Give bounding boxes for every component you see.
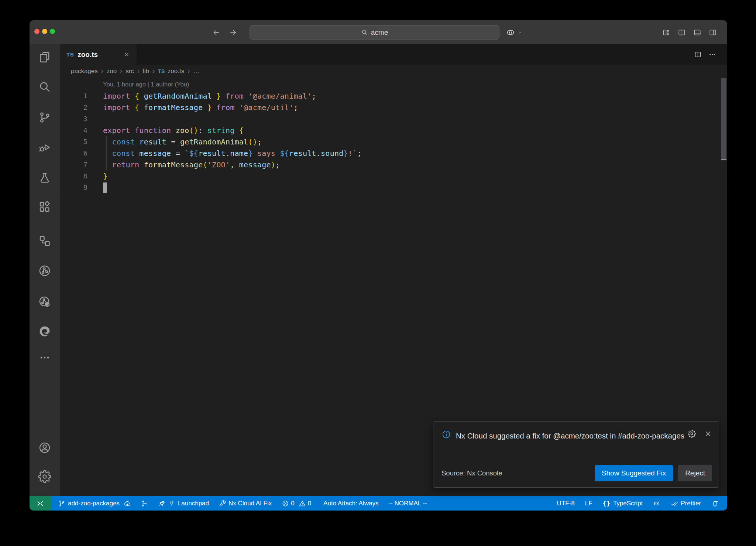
code-line[interactable]: 6 const message = `${result.name} says $…: [60, 147, 727, 159]
status-launchpad[interactable]: Launchpad: [158, 500, 209, 507]
breadcrumb-item[interactable]: …: [193, 68, 199, 75]
notification-close-icon[interactable]: [704, 430, 712, 438]
run-debug-icon: [38, 141, 51, 154]
arrow-right-icon[interactable]: [229, 28, 238, 37]
breadcrumb-separator: ›: [101, 67, 103, 75]
code-line[interactable]: 2import { formatMessage } from '@acme/ut…: [60, 102, 727, 113]
breadcrumb-item[interactable]: src: [126, 68, 134, 75]
copilot-menu[interactable]: [506, 20, 522, 44]
activity-bar-item-search[interactable]: [37, 79, 53, 95]
code-line[interactable]: 3: [60, 113, 727, 124]
show-suggested-fix-button[interactable]: Show Suggested Fix: [595, 465, 673, 481]
toggle-panel-icon[interactable]: [693, 28, 701, 37]
breadcrumb-item[interactable]: zoo: [107, 68, 117, 75]
accounts-icon: [38, 441, 51, 454]
editor-scrollbar[interactable]: [720, 78, 727, 496]
git-branch-icon: [58, 500, 65, 507]
activity-bar-item-extensions[interactable]: [37, 199, 53, 215]
status-diagnostics[interactable]: 0 0: [282, 500, 313, 507]
breadcrumb-label: lib: [143, 68, 149, 75]
activity-bar-item-accounts[interactable]: [37, 440, 53, 456]
overview-ruler-cursor-mark: [721, 159, 726, 160]
reject-button[interactable]: Reject: [678, 465, 712, 481]
activity-bar-item-testing[interactable]: [37, 170, 53, 186]
source-control-icon: [38, 111, 51, 124]
line-number: 6: [60, 149, 87, 157]
status-bar: add-zoo-packages Launchpad Nx Cloud AI F…: [30, 496, 727, 511]
command-center-search[interactable]: acme: [250, 25, 499, 40]
code-line-content: const message = `${result.name} says ${r…: [87, 149, 362, 158]
activity-bar-item-run-debug[interactable]: [37, 140, 53, 156]
toggle-primary-sidebar-icon[interactable]: [678, 28, 686, 37]
activity-bar-item-edge-browser[interactable]: [37, 323, 53, 339]
minimize-window-button[interactable]: [42, 29, 47, 34]
braces-icon: {}: [603, 500, 611, 507]
activity-bar-item-settings-gear[interactable]: [37, 468, 53, 485]
status-nx-cloud-ai-fix[interactable]: Nx Cloud AI Fix: [219, 500, 272, 507]
code-line[interactable]: 7 return formatMessage('ZOO', message);: [60, 159, 727, 170]
code-line[interactable]: 4export function zoo(): string {: [60, 124, 727, 136]
status-language[interactable]: {} TypeScript: [603, 500, 643, 507]
block-cursor: [103, 182, 107, 193]
activity-bar-item-nx-cloud[interactable]: [37, 294, 53, 310]
notification-source: Source: Nx Console: [441, 469, 502, 477]
more-icon: [38, 351, 51, 364]
split-editor-icon[interactable]: [694, 51, 702, 58]
vscode-window: acme TS zoo.ts: [30, 20, 727, 511]
code-line[interactable]: 1import { getRandomAnimal } from '@acme/…: [60, 90, 727, 102]
activity-bar-item-references[interactable]: [37, 233, 53, 249]
nx-console-icon: [38, 264, 51, 277]
status-encoding[interactable]: UTF-8: [557, 500, 575, 507]
status-vim-mode[interactable]: -- NORMAL --: [388, 500, 427, 507]
error-icon: [282, 500, 289, 507]
notification-settings-gear-icon[interactable]: [688, 430, 696, 438]
activity-bar-item-source-control[interactable]: [37, 109, 53, 126]
line-number: 9: [60, 184, 87, 191]
more-actions-icon[interactable]: [708, 51, 716, 58]
code-line[interactable]: 5 const result = getRandomAnimal();: [60, 136, 727, 147]
scrollbar-thumb[interactable]: [721, 78, 726, 159]
status-notifications-bell[interactable]: [711, 500, 719, 507]
customize-layout-icon[interactable]: [662, 28, 670, 37]
search-icon: [361, 29, 368, 36]
plug-icon: [168, 500, 175, 507]
remote-indicator[interactable]: [30, 496, 51, 511]
git-blame-annotation[interactable]: You, 1 hour ago | 1 author (You): [60, 78, 727, 90]
breadcrumb-item[interactable]: TSzoo.ts: [158, 68, 184, 75]
status-source-control-graph[interactable]: [141, 500, 148, 507]
code-line-content: import { formatMessage } from '@acme/uti…: [87, 103, 298, 112]
activity-bar-item-more[interactable]: [37, 349, 53, 366]
code-line[interactable]: 9: [60, 182, 727, 193]
close-window-button[interactable]: [34, 29, 39, 34]
status-eol[interactable]: LF: [585, 500, 592, 507]
formatter-label: Prettier: [681, 500, 701, 507]
status-auto-attach[interactable]: Auto Attach: Always: [323, 500, 378, 507]
line-number: 5: [60, 138, 87, 146]
traffic-lights: [34, 29, 55, 34]
activity-bar-item-explorer[interactable]: [37, 49, 53, 65]
tab-zoo-ts[interactable]: TS zoo.ts: [60, 44, 137, 65]
code-line-content: return formatMessage('ZOO', message);: [87, 160, 280, 169]
layout-controls: [662, 20, 717, 44]
edge-browser-icon: [38, 325, 51, 338]
source-control-graph-icon: [141, 500, 148, 507]
status-copilot[interactable]: [653, 500, 660, 507]
titlebar: acme: [30, 20, 727, 44]
remote-icon: [36, 499, 44, 508]
toggle-secondary-sidebar-icon[interactable]: [709, 28, 717, 37]
status-formatter[interactable]: Prettier: [671, 500, 701, 507]
breadcrumb-separator: ›: [188, 67, 190, 75]
activity-bar-item-nx-console[interactable]: [37, 263, 53, 279]
code-line[interactable]: 8}: [60, 170, 727, 182]
breadcrumb-item[interactable]: packages: [71, 68, 98, 75]
code-line-content: const result = getRandomAnimal();: [87, 137, 262, 146]
close-tab-icon[interactable]: [124, 51, 130, 58]
search-icon: [38, 80, 51, 93]
arrow-left-icon[interactable]: [212, 28, 221, 37]
typescript-file-icon: TS: [66, 51, 74, 58]
notification-message: Nx Cloud suggested a fix for @acme/zoo:t…: [456, 429, 692, 443]
breadcrumb-item[interactable]: lib: [143, 68, 149, 75]
desktop-background: acme TS zoo.ts: [0, 0, 756, 546]
zoom-window-button[interactable]: [50, 29, 55, 34]
status-branch[interactable]: add-zoo-packages: [58, 500, 131, 507]
